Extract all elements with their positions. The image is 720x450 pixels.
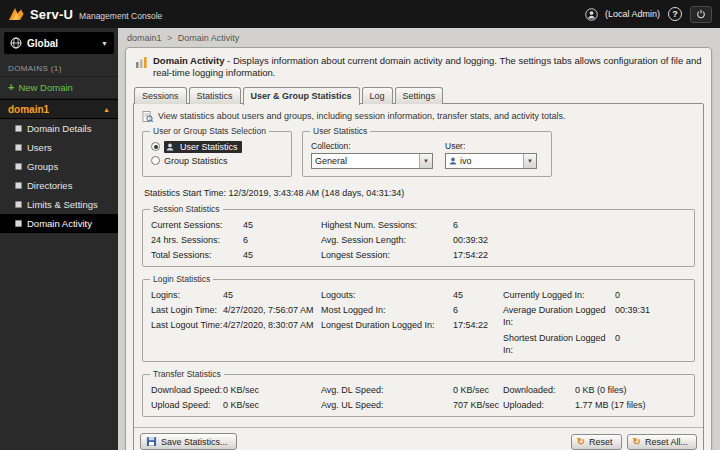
stat-value: 0 KB/sec bbox=[223, 399, 259, 411]
chevron-down-icon[interactable]: ▼ bbox=[419, 154, 432, 168]
stat-row: Downloaded:0 KB (0 files) bbox=[503, 384, 646, 396]
radio-selected-icon[interactable] bbox=[151, 142, 160, 151]
brand-subtitle: Management Console bbox=[79, 11, 162, 21]
stat-row: 24 hrs. Sessions:6 bbox=[151, 234, 321, 246]
panel-header: Domain Activity - Displays information a… bbox=[135, 55, 702, 79]
stat-row: Avg. UL Speed:707 KB/sec bbox=[321, 399, 503, 411]
sidebar-item-groups[interactable]: Groups bbox=[0, 157, 118, 176]
stat-label: 24 hrs. Sessions: bbox=[151, 234, 243, 246]
stat-label: Currently Logged In: bbox=[503, 289, 615, 301]
sidebar-item-limits-settings[interactable]: Limits & Settings bbox=[0, 195, 118, 214]
stat-value: 0 KB/sec bbox=[453, 384, 489, 396]
plus-icon: + bbox=[8, 83, 14, 92]
new-domain-button[interactable]: + New Domain bbox=[0, 77, 118, 99]
stat-row: Download Speed:0 KB/sec bbox=[151, 384, 321, 396]
domain-activity-panel: Domain Activity - Displays information a… bbox=[125, 47, 712, 450]
stat-row: Avg. DL Speed:0 KB/sec bbox=[321, 384, 503, 396]
stat-value: 17:54:22 bbox=[453, 249, 488, 261]
tab-settings[interactable]: Settings bbox=[395, 87, 444, 104]
stat-value: 4/27/2020, 7:56:07 AM bbox=[223, 304, 314, 316]
sidebar: Global ▼ DOMAINS (1) + New Domain domain… bbox=[0, 28, 118, 450]
stat-row: Current Sessions:45 bbox=[151, 219, 321, 231]
stat-label: Logins: bbox=[151, 289, 223, 301]
tab-content: View statistics about users and groups, … bbox=[133, 103, 704, 450]
stat-label: Highest Num. Sessions: bbox=[321, 219, 453, 231]
stat-row: Avg. Session Length:00:39:32 bbox=[321, 234, 488, 246]
sidebar-item-directories[interactable]: Directories bbox=[0, 176, 118, 195]
save-statistics-button[interactable]: Save Statistics... bbox=[140, 433, 237, 450]
collection-dropdown[interactable]: General ▼ bbox=[311, 153, 433, 169]
stat-label: Longest Duration Logged In: bbox=[321, 319, 453, 331]
statistics-info-icon bbox=[142, 111, 153, 122]
stat-value: 45 bbox=[243, 219, 253, 231]
tab-log[interactable]: Log bbox=[362, 87, 393, 104]
stat-row: Longest Duration Logged In:17:54:22 bbox=[321, 319, 503, 331]
domain-activity-header-icon bbox=[135, 56, 148, 69]
sidebar-item-domain-details[interactable]: Domain Details bbox=[0, 119, 118, 138]
stat-row: Most Logged In:6 bbox=[321, 304, 503, 316]
breadcrumb-domain[interactable]: domain1 bbox=[127, 33, 162, 43]
stat-row: Logins:45 bbox=[151, 289, 321, 301]
help-icon[interactable]: ? bbox=[668, 7, 682, 21]
stats-selection-group: User or Group Stats Selection User St bbox=[142, 131, 292, 177]
brand-name: Serv-U bbox=[30, 7, 73, 22]
page-description: - Displays information about current dom… bbox=[153, 55, 702, 78]
sidebar-item-users[interactable]: Users bbox=[0, 138, 118, 157]
stat-value: 0 bbox=[615, 289, 620, 301]
title-bar: Serv-U Management Console (Local Admin) … bbox=[0, 0, 720, 28]
stat-row: Uploaded:1.77 MB (17 files) bbox=[503, 399, 646, 411]
stat-value: 707 KB/sec bbox=[453, 399, 499, 411]
stat-label: Last Login Time: bbox=[151, 304, 223, 316]
chevron-down-icon[interactable]: ▼ bbox=[523, 154, 536, 168]
transfer-statistics-group: Transfer Statistics Download Speed:0 KB/… bbox=[142, 374, 695, 417]
user-statistics-radio[interactable]: User Statistics bbox=[151, 141, 283, 153]
page-title: Domain Activity bbox=[153, 55, 224, 66]
stat-label: Most Logged In: bbox=[321, 304, 453, 316]
logout-button[interactable] bbox=[690, 6, 712, 23]
radio-unselected-icon[interactable] bbox=[151, 156, 160, 165]
tab-sessions[interactable]: Sessions bbox=[134, 87, 187, 104]
topbar-actions: (Local Admin) ? bbox=[585, 6, 712, 23]
stat-label: Avg. UL Speed: bbox=[321, 399, 453, 411]
tab-user-group-statistics[interactable]: User & Group Statistics bbox=[243, 87, 360, 105]
account-menu[interactable]: (Local Admin) bbox=[585, 8, 660, 21]
stat-row: Currently Logged In:0 bbox=[503, 289, 650, 301]
stat-row: Highest Num. Sessions:6 bbox=[321, 219, 488, 231]
limits-settings-icon bbox=[15, 201, 22, 208]
sidebar-item-domain-activity[interactable]: Domain Activity bbox=[0, 214, 118, 233]
stat-row: Longest Session:17:54:22 bbox=[321, 249, 488, 261]
stat-value: 45 bbox=[453, 289, 463, 301]
info-text: View statistics about users and groups, … bbox=[158, 111, 566, 121]
global-selector[interactable]: Global ▼ bbox=[4, 32, 114, 54]
user-icon bbox=[449, 157, 457, 165]
stat-value: 1.77 MB (17 files) bbox=[575, 399, 646, 411]
stat-row: Upload Speed:0 KB/sec bbox=[151, 399, 321, 411]
reset-all-button[interactable]: ↻ Reset All... bbox=[627, 434, 697, 450]
save-icon bbox=[146, 436, 157, 447]
stat-row: Last Login Time:4/27/2020, 7:56:07 AM bbox=[151, 304, 321, 316]
breadcrumb-page: Domain Activity bbox=[178, 33, 240, 43]
domain-activity-icon bbox=[15, 220, 22, 227]
stat-row: Average Duration Logged In:00:39:31 bbox=[503, 304, 650, 328]
stat-row: Logouts:45 bbox=[321, 289, 503, 301]
stat-label: Downloaded: bbox=[503, 384, 575, 396]
breadcrumb: domain1 > Domain Activity bbox=[118, 28, 720, 47]
group-statistics-radio[interactable]: Group Statistics bbox=[151, 156, 283, 166]
sidebar-domain1[interactable]: domain1 ▲ bbox=[0, 99, 118, 119]
tab-statistics[interactable]: Statistics bbox=[189, 87, 241, 104]
stat-row: Last Logout Time:4/27/2020, 8:30:07 AM bbox=[151, 319, 321, 331]
user-icon bbox=[166, 143, 174, 151]
user-label: User: bbox=[445, 141, 537, 151]
workspace: domain1 > Domain Activity Domain Activit… bbox=[118, 28, 720, 450]
statistics-start-time: Statistics Start Time: 12/3/2019, 3:43:4… bbox=[144, 188, 695, 198]
reset-button[interactable]: ↻ Reset bbox=[571, 434, 622, 450]
groups-icon bbox=[15, 163, 22, 170]
stat-value: 00:39:31 bbox=[615, 304, 650, 328]
tab-strip: Sessions Statistics User & Group Statist… bbox=[133, 87, 704, 104]
button-bar: Save Statistics... ↻ Reset ↻ Reset All..… bbox=[134, 427, 703, 450]
stat-label: Last Logout Time: bbox=[151, 319, 223, 331]
user-dropdown[interactable]: ivo ▼ bbox=[445, 153, 537, 169]
stat-value: 6 bbox=[453, 304, 458, 316]
info-row: View statistics about users and groups, … bbox=[142, 111, 695, 122]
stat-value: 6 bbox=[243, 234, 248, 246]
